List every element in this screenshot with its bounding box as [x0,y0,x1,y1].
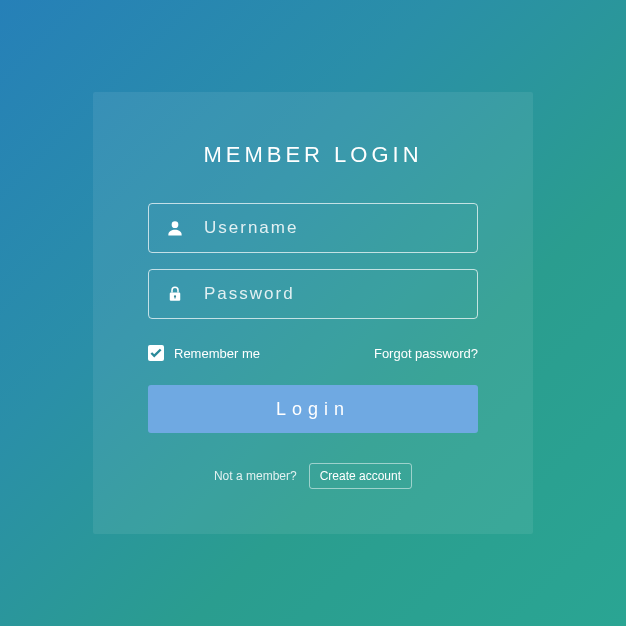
forgot-password-link[interactable]: Forgot password? [374,346,478,361]
footer-row: Not a member? Create account [148,463,478,489]
checkbox-icon [148,345,164,361]
remember-me-label: Remember me [174,346,260,361]
login-button[interactable]: Login [148,385,478,433]
login-card: MEMBER LOGIN Rem [93,92,533,534]
lock-icon [164,283,186,305]
password-input[interactable] [186,284,462,304]
svg-rect-3 [174,296,175,298]
not-member-label: Not a member? [214,469,297,483]
user-icon [164,217,186,239]
remember-me-checkbox[interactable]: Remember me [148,345,260,361]
login-title: MEMBER LOGIN [148,142,478,168]
create-account-button[interactable]: Create account [309,463,412,489]
username-input[interactable] [186,218,462,238]
options-row: Remember me Forgot password? [148,345,478,361]
svg-point-0 [172,221,179,228]
password-input-group[interactable] [148,269,478,319]
username-input-group[interactable] [148,203,478,253]
